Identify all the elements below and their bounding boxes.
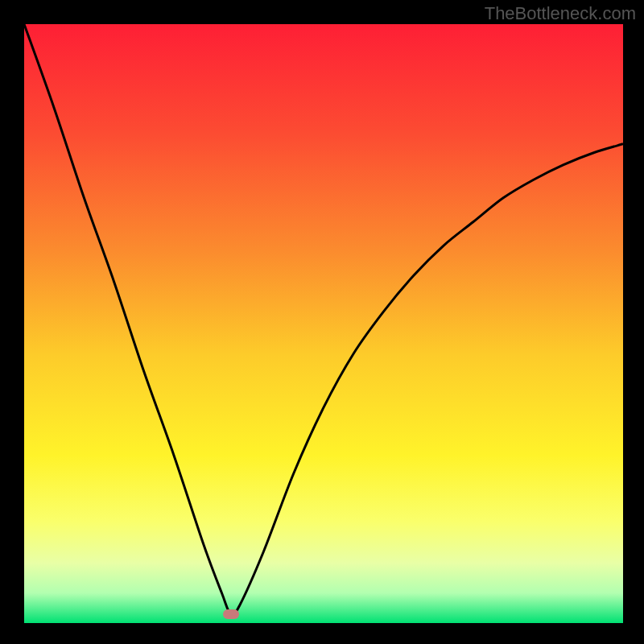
minimum-marker	[223, 609, 239, 619]
curve-layer	[24, 24, 623, 623]
chart-container: TheBottleneck.com	[0, 0, 644, 644]
watermark-text: TheBottleneck.com	[485, 3, 636, 24]
bottleneck-curve	[24, 24, 623, 615]
plot-area	[24, 24, 623, 623]
